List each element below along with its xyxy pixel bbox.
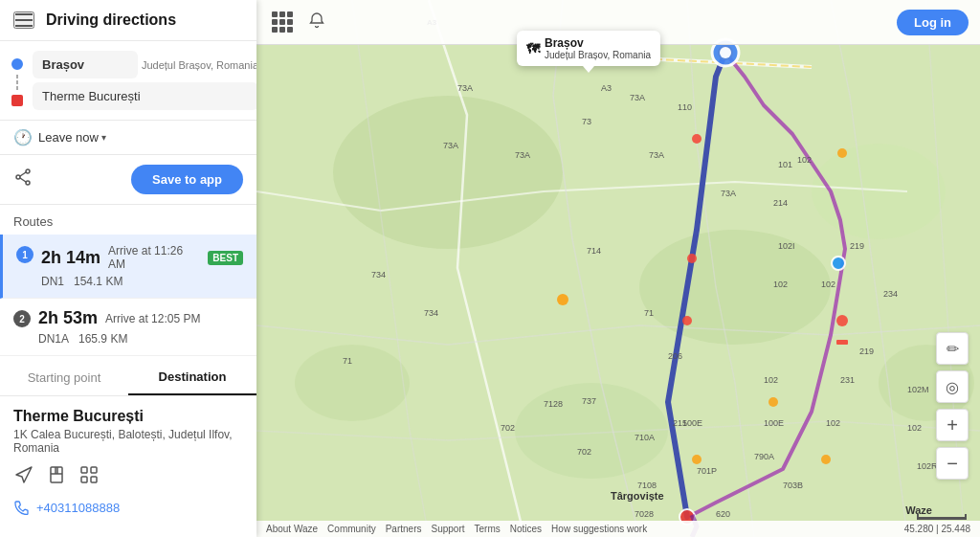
save-place-button[interactable]	[46, 464, 67, 490]
svg-text:73: 73	[582, 117, 591, 126]
origin-input[interactable]	[33, 51, 138, 78]
login-button[interactable]: Log in	[897, 10, 969, 35]
compass-icon: ◎	[946, 378, 959, 396]
waze-logo: Waze	[905, 504, 932, 516]
svg-text:102R: 102R	[917, 461, 938, 471]
route-item-2[interactable]: 2 2h 53m Arrive at 12:05 PM DN1A 165.9 K…	[0, 299, 256, 356]
svg-text:702: 702	[577, 447, 591, 457]
phone-icon	[13, 500, 29, 515]
route-details-1: DN1 154.1 KM	[16, 275, 243, 288]
partners-link[interactable]: Partners	[386, 524, 422, 534]
map-controls: ✏ ◎ + −	[936, 332, 969, 480]
community-link[interactable]: Community	[327, 524, 376, 534]
share-icon	[13, 168, 33, 187]
popup-city: Brașov	[545, 36, 651, 50]
svg-text:214: 214	[773, 198, 788, 208]
route-number-1: 1	[16, 246, 33, 263]
svg-text:620: 620	[716, 509, 730, 519]
menu-button[interactable]	[13, 11, 34, 29]
notices-link[interactable]: Notices	[510, 524, 542, 534]
inputs-and-swap: Județul Brașov, Romania	[11, 51, 245, 110]
svg-text:714: 714	[587, 246, 601, 256]
apps-grid	[272, 11, 293, 33]
zoom-in-button[interactable]: +	[936, 409, 969, 441]
leave-now-label: Leave now	[38, 130, 99, 145]
how-suggestions-link[interactable]: How suggestions work	[551, 524, 647, 534]
svg-point-16	[687, 254, 697, 263]
svg-text:702: 702	[501, 423, 515, 433]
route-item-1[interactable]: 1 2h 14m Arrive at 11:26 AM BEST DN1 154…	[0, 235, 256, 299]
zoom-out-button[interactable]: −	[936, 447, 969, 480]
svg-text:71: 71	[644, 308, 654, 318]
destination-address: 1K Calea București, Balotești, Județul I…	[13, 428, 243, 455]
svg-text:7108: 7108	[637, 481, 657, 490]
svg-rect-4	[81, 467, 87, 473]
map-coordinates: 45.280 | 25.448	[904, 524, 970, 534]
svg-text:102: 102	[826, 418, 840, 428]
about-waze-link[interactable]: About Waze	[266, 524, 318, 534]
apps-button[interactable]	[268, 8, 297, 36]
svg-text:215: 215	[673, 418, 687, 428]
svg-text:73A: 73A	[443, 141, 458, 150]
svg-point-18	[836, 315, 848, 326]
route-road-1: DN1	[41, 275, 64, 288]
svg-text:102: 102	[797, 155, 812, 165]
svg-point-23	[692, 455, 702, 464]
svg-text:219: 219	[850, 241, 864, 251]
phone-link[interactable]: +40311088888	[13, 500, 243, 515]
svg-rect-7	[91, 477, 97, 482]
pencil-icon: ✏	[947, 340, 959, 358]
popup-arrow	[583, 66, 594, 73]
phone-number: +40311088888	[36, 501, 120, 515]
svg-text:102I: 102I	[778, 241, 795, 251]
origin-detail: Județul Brașov, Romania	[142, 59, 256, 71]
destination-actions	[13, 464, 243, 490]
map-bottombar: About Waze Community Partners Support Te…	[256, 521, 980, 537]
svg-point-22	[768, 397, 778, 407]
svg-text:737: 737	[582, 396, 596, 406]
svg-text:703B: 703B	[783, 481, 803, 490]
chevron-down-icon: ▾	[101, 132, 106, 143]
popup-detail: Județul Brașov, Romania	[545, 50, 651, 60]
sidebar: Driving directions Județul Brașov, Roman…	[0, 0, 256, 537]
flag-icon: 🗺	[526, 41, 540, 56]
route-time-2: 2h 53m	[38, 308, 98, 328]
tab-destination[interactable]: Destination	[128, 360, 256, 395]
pencil-button[interactable]: ✏	[936, 332, 969, 365]
sidebar-header: Driving directions	[0, 0, 256, 41]
svg-text:73A: 73A	[721, 189, 736, 198]
route-inputs: Județul Brașov, Romania	[0, 41, 256, 121]
svg-point-21	[837, 148, 847, 158]
svg-text:701P: 701P	[697, 466, 717, 476]
save-row: Save to app	[0, 155, 256, 205]
svg-text:734: 734	[424, 308, 438, 318]
svg-text:110: 110	[678, 102, 692, 112]
leave-now-button[interactable]: Leave now ▾	[38, 130, 106, 145]
notifications-button[interactable]	[304, 8, 329, 36]
svg-text:A3: A3	[601, 83, 612, 93]
clock-icon: 🕐	[13, 128, 33, 146]
svg-text:734: 734	[371, 270, 386, 280]
location-popup: 🗺 Brașov Județul Brașov, Romania	[517, 31, 660, 66]
svg-text:102: 102	[821, 280, 835, 289]
svg-text:7128: 7128	[544, 399, 563, 409]
support-link[interactable]: Support	[431, 524, 464, 534]
tab-starting-point[interactable]: Starting point	[0, 360, 128, 395]
map-topbar-left	[268, 8, 329, 36]
share-button[interactable]	[13, 168, 33, 191]
svg-point-17	[682, 316, 692, 325]
save-to-app-button[interactable]: Save to app	[131, 165, 243, 194]
more-options-button[interactable]	[78, 464, 100, 490]
compass-button[interactable]: ◎	[936, 370, 969, 403]
navigate-icon	[13, 464, 34, 485]
svg-text:102: 102	[907, 423, 922, 433]
svg-text:73A: 73A	[649, 150, 664, 160]
svg-point-25	[832, 257, 845, 270]
map-area[interactable]: 73A 714 206 737 702 710A 701P 703B 620 7…	[256, 0, 980, 537]
zoom-in-icon: +	[947, 414, 958, 436]
navigate-button[interactable]	[13, 464, 34, 490]
terms-link[interactable]: Terms	[475, 524, 501, 534]
map-svg: 73A 714 206 737 702 710A 701P 703B 620 7…	[256, 0, 980, 537]
svg-text:73A: 73A	[515, 150, 530, 160]
destination-input[interactable]	[33, 82, 256, 110]
